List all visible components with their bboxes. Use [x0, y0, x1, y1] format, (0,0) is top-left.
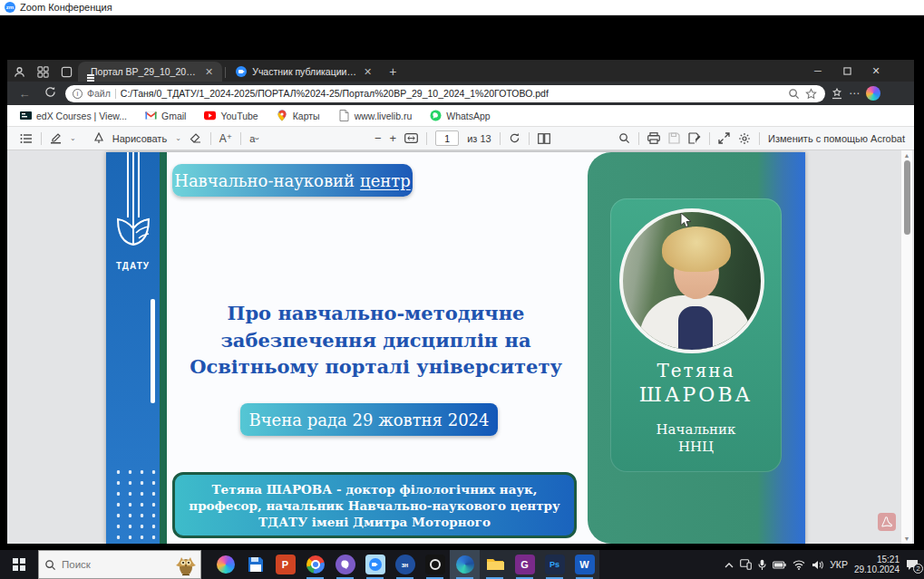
tab-close-icon[interactable]: ✕ — [362, 66, 374, 78]
tab-actions-icon[interactable] — [54, 62, 78, 82]
draw-label[interactable]: Нарисовать — [112, 133, 167, 144]
print-icon[interactable] — [647, 132, 660, 144]
zoom-in-icon[interactable]: + — [390, 131, 397, 145]
page-count-label: из 13 — [467, 133, 491, 144]
taskbar-edge[interactable] — [450, 550, 480, 579]
bookmarks-bar: edX Courses | View... Gmail YouTube Карт… — [7, 105, 914, 127]
slide-date-pill: Вчена рада 29 жовтня 2024 — [240, 403, 498, 436]
info-line3: ТДАТУ імені Дмитра Моторного — [258, 514, 491, 530]
favorite-star-icon[interactable] — [805, 87, 818, 100]
collections-icon[interactable] — [831, 87, 843, 100]
zoom-meeting-window: zm Zoom Конференция Портал ВР_29_10_2024… — [0, 0, 924, 579]
start-button[interactable] — [0, 550, 38, 579]
volume-icon[interactable] — [812, 560, 823, 570]
acrobat-floating-button[interactable] — [878, 513, 896, 531]
bookmark-youtube[interactable]: YouTube — [204, 110, 258, 121]
scroll-up-icon[interactable]: ▲ — [904, 152, 910, 159]
scrollbar-thumb[interactable] — [904, 160, 910, 235]
draw-dropdown-icon[interactable]: ⌄ — [175, 134, 181, 142]
page-info-icon[interactable]: i — [73, 89, 83, 99]
toc-icon[interactable] — [20, 133, 33, 144]
clock-date: 29.10.2024 — [854, 565, 900, 574]
workspaces-icon[interactable] — [31, 62, 54, 82]
taskbar-save-app[interactable] — [240, 550, 270, 579]
microphone-icon[interactable] — [758, 559, 766, 571]
back-icon[interactable]: ← — [15, 87, 34, 101]
hidden-icons-chevron[interactable] — [725, 562, 734, 568]
youtube-icon — [204, 110, 216, 121]
phone-link-icon[interactable] — [740, 559, 752, 570]
taskbar-gom[interactable]: G — [510, 550, 540, 579]
bookmark-label: Карты — [293, 111, 320, 121]
profile-icon[interactable] — [7, 62, 31, 82]
minimize-button[interactable]: ─ — [803, 60, 832, 82]
decor-line — [151, 299, 155, 403]
page-view-icon[interactable] — [538, 133, 550, 144]
battery-icon[interactable] — [773, 561, 786, 569]
browser-window: Портал ВР_29_10_2024_1 ГОТОВ ✕ Участник … — [7, 60, 914, 544]
mouse-cursor — [680, 212, 693, 228]
pdf-toolbar: ⌄ Нарисовать ⌄ A⁺ аᵕ − + из 13 — [7, 127, 914, 150]
fullscreen-icon[interactable] — [718, 132, 730, 144]
taskbar-word[interactable]: W — [569, 550, 599, 579]
taskbar-zoom-app[interactable] — [360, 550, 390, 579]
clock-time: 15:21 — [854, 555, 900, 565]
save-as-icon[interactable] — [688, 132, 701, 144]
tab-zoom[interactable]: Участник публикации - Zoom ✕ — [229, 62, 381, 82]
taskbar-chrome[interactable] — [300, 550, 330, 579]
wifi-icon[interactable] — [793, 560, 805, 570]
draw-pen-icon[interactable] — [93, 132, 104, 144]
browser-menu-icon[interactable]: ⋯ — [849, 87, 861, 100]
zoom-out-icon[interactable]: − — [374, 131, 382, 145]
save-icon[interactable] — [668, 132, 680, 144]
copilot-icon[interactable] — [866, 86, 880, 101]
refresh-icon[interactable] — [40, 86, 60, 101]
tab-close-icon[interactable]: ✕ — [203, 66, 215, 78]
bookmark-whatsapp[interactable]: WhatsApp — [430, 110, 490, 121]
page-number-input[interactable] — [435, 130, 459, 146]
add-text-icon[interactable]: A⁺ — [219, 132, 232, 145]
taskbar-search[interactable] — [38, 550, 201, 579]
taskbar-clock[interactable]: 15:21 29.10.2024 — [854, 555, 900, 574]
new-tab-button[interactable]: + — [381, 62, 404, 82]
search-input[interactable] — [62, 559, 152, 570]
person-role-line2: ННЦ — [610, 439, 782, 455]
taskbar-powerpoint[interactable]: P — [270, 550, 300, 579]
bookmark-livelib[interactable]: www.livelib.ru — [338, 110, 413, 121]
fit-width-icon[interactable] — [404, 133, 418, 143]
taskbar-photoshop[interactable]: Ps — [540, 550, 569, 579]
read-aloud-icon[interactable]: аᵕ — [249, 133, 258, 144]
highlighter-dropdown-icon[interactable]: ⌄ — [70, 134, 76, 142]
pdf-viewport[interactable]: ТДАТУ Навчально-науковий центр Про навча… — [7, 150, 914, 544]
eraser-icon[interactable] — [190, 133, 202, 144]
taskbar-copilot[interactable] — [210, 550, 240, 579]
tab-pdf[interactable]: Портал ВР_29_10_2024_1 ГОТОВ ✕ — [78, 62, 222, 82]
decor-dots — [112, 467, 156, 543]
search-in-page-icon[interactable] — [788, 87, 801, 100]
window-controls: ─ ✕ — [803, 60, 890, 82]
taskbar-camera-app[interactable] — [420, 550, 450, 579]
settings-gear-icon[interactable] — [738, 132, 751, 145]
open-in-acrobat-button[interactable]: Изменить с помощью Acrobat — [768, 133, 905, 144]
scroll-down-icon[interactable]: ▼ — [904, 536, 910, 542]
zoom-app-icon: zm — [5, 2, 15, 13]
taskbar-blue-circle-app[interactable]: зн — [390, 550, 420, 579]
action-center-icon[interactable]: 2 — [906, 559, 919, 571]
bookmark-maps[interactable]: Карты — [277, 110, 320, 121]
zoom-titlebar: zm Zoom Конференция — [0, 0, 924, 15]
bookmark-edx[interactable]: edX Courses | View... — [20, 110, 127, 121]
tdatu-brand-text: ТДАТУ — [106, 261, 160, 271]
close-button[interactable]: ✕ — [861, 60, 890, 82]
search-icon[interactable] — [618, 132, 630, 144]
pdf-scrollbar[interactable]: ▲ ▼ — [900, 150, 912, 544]
rotate-icon[interactable] — [509, 132, 520, 144]
file-scheme-label: Файл — [87, 88, 111, 99]
taskbar-viber[interactable] — [330, 550, 360, 579]
taskbar-file-explorer[interactable] — [480, 550, 510, 579]
language-indicator[interactable]: УКР — [830, 559, 848, 570]
url-field[interactable]: i Файл C:/Таня/0_ТДАТУ/1_2024-2025/ПОРТА… — [65, 85, 825, 102]
maps-icon — [277, 110, 288, 121]
maximize-button[interactable] — [832, 60, 861, 82]
bookmark-gmail[interactable]: Gmail — [145, 110, 186, 121]
highlighter-icon[interactable] — [50, 132, 62, 144]
